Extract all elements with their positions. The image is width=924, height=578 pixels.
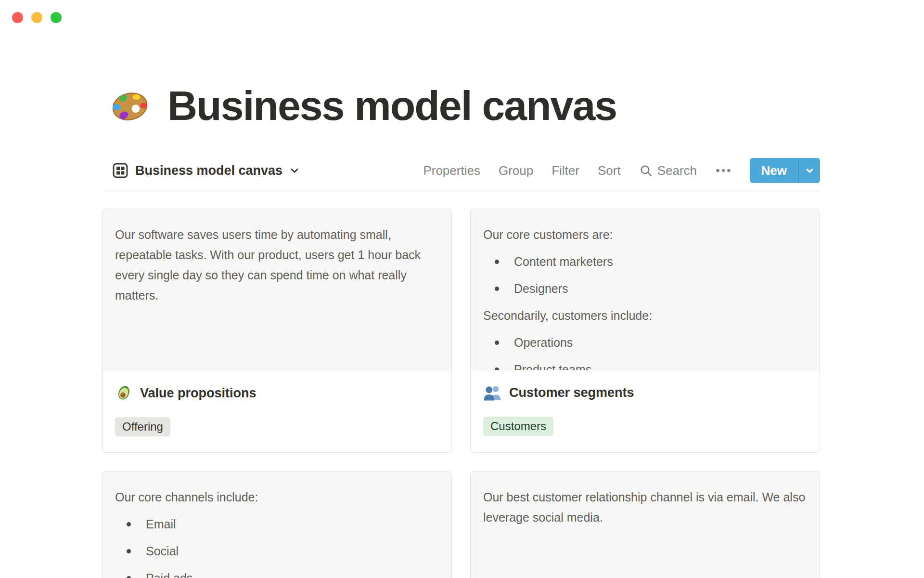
- bullet-item: Content marketers: [483, 251, 807, 272]
- card-title: Value propositions: [140, 384, 257, 402]
- chevron-down-white-icon: [805, 166, 815, 176]
- card-tag: Offering: [115, 417, 170, 436]
- view-menu: Properties Group Filter Sort Search Ne: [423, 158, 820, 183]
- preview-paragraph: Our best customer relationship channel i…: [483, 487, 807, 527]
- card-title: Customer segments: [509, 384, 634, 401]
- new-button-group: New: [750, 158, 820, 183]
- card-footer: Customer segments Customers: [471, 370, 820, 452]
- new-button[interactable]: New: [750, 158, 798, 183]
- sort-button[interactable]: Sort: [598, 163, 621, 178]
- preview-paragraph: Our core channels include:: [115, 487, 439, 507]
- more-options-icon: [716, 169, 719, 172]
- more-options-button[interactable]: [715, 165, 732, 176]
- card-title-row: Customer segments: [483, 384, 807, 401]
- window-controls: [12, 12, 62, 23]
- view-selector[interactable]: Business model canvas: [112, 162, 300, 179]
- zoom-button[interactable]: [51, 12, 62, 23]
- bullet-item: Paid ads: [115, 568, 439, 578]
- card-tag: Customers: [483, 417, 553, 436]
- bullet-item: Product teams: [483, 359, 807, 370]
- bullet-item: Email: [115, 514, 439, 534]
- preview-paragraph: Secondarily, customers include:: [483, 305, 807, 326]
- new-dropdown-button[interactable]: [798, 158, 820, 183]
- gallery-grid: Our software saves users time by automat…: [102, 209, 820, 578]
- bullet-item: Operations: [483, 332, 807, 353]
- card-preview: Our core channels include:EmailSocialPai…: [103, 472, 451, 578]
- card-preview: Our core customers are:Content marketers…: [471, 209, 820, 370]
- card-preview: Our best customer relationship channel i…: [471, 472, 820, 578]
- card-preview: Our software saves users time by automat…: [103, 209, 451, 370]
- group-button[interactable]: Group: [499, 163, 533, 178]
- chevron-down-icon: [289, 165, 300, 176]
- palette-icon[interactable]: [109, 86, 151, 125]
- gallery-card[interactable]: Our core channels include:EmailSocialPai…: [102, 471, 452, 578]
- view-bar: Business model canvas Properties Group F…: [102, 150, 820, 191]
- search-button[interactable]: Search: [639, 163, 697, 178]
- card-footer: Value propositions Offering: [103, 370, 451, 452]
- card-title-row: Value propositions: [115, 384, 439, 402]
- gallery-card[interactable]: Our core customers are:Content marketers…: [470, 209, 820, 453]
- page-title[interactable]: Business model canvas: [167, 85, 616, 126]
- bullet-item: Social: [115, 541, 439, 561]
- search-label: Search: [657, 163, 697, 178]
- preview-paragraph: Our software saves users time by automat…: [115, 224, 439, 305]
- search-icon: [639, 164, 653, 178]
- page-header: Business model canvas: [109, 85, 820, 126]
- avocado-icon: [115, 384, 133, 402]
- page-body: Business model canvas Business model can…: [0, 85, 924, 578]
- gallery-view-icon: [112, 162, 129, 179]
- gallery-card[interactable]: Our software saves users time by automat…: [102, 209, 452, 453]
- people-icon: [483, 384, 502, 401]
- view-name: Business model canvas: [135, 163, 282, 178]
- properties-button[interactable]: Properties: [423, 163, 480, 178]
- filter-button[interactable]: Filter: [552, 163, 579, 178]
- gallery-card[interactable]: Our best customer relationship channel i…: [470, 471, 820, 578]
- close-button[interactable]: [12, 12, 23, 23]
- preview-paragraph: Our core customers are:: [483, 224, 807, 245]
- minimize-button[interactable]: [31, 12, 42, 23]
- bullet-item: Designers: [483, 278, 807, 299]
